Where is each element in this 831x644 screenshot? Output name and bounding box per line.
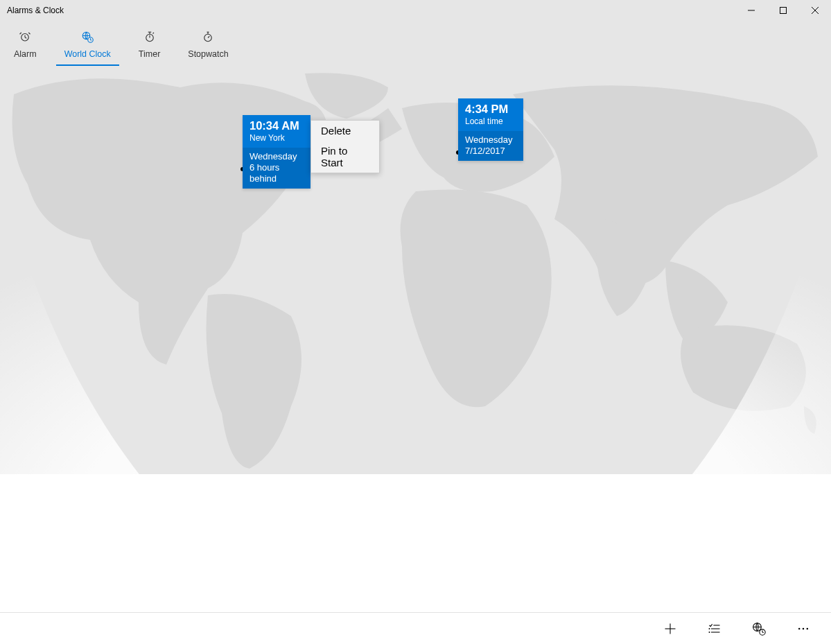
tab-label: World Clock [64, 49, 111, 59]
tab-label: Timer [139, 49, 160, 59]
svg-rect-1 [780, 8, 787, 14]
clock-time: 10:34 AM [250, 119, 304, 133]
minimize-button[interactable] [735, 0, 767, 21]
svg-point-34 [803, 627, 805, 629]
clock-date: 7/12/2017 [465, 146, 516, 157]
tab-label: Stopwatch [188, 49, 228, 59]
globe-clock-icon [752, 622, 766, 636]
clock-day: Wednesday [465, 134, 516, 146]
clock-card-new-york[interactable]: 10:34 AM New York Wednesday 6 hours behi… [243, 115, 310, 189]
svg-point-35 [807, 627, 809, 629]
svg-line-8 [29, 33, 30, 34]
map-bottom-fade [0, 474, 831, 612]
tab-bar: Alarm World Clock Timer Stopwatch [0, 21, 831, 67]
svg-line-12 [91, 40, 92, 41]
context-menu: Delete Pin to Start [310, 120, 380, 173]
clock-day: Wednesday [250, 151, 304, 162]
world-map [0, 67, 831, 482]
convert-time-button[interactable] [737, 613, 781, 645]
maximize-button[interactable] [767, 0, 799, 21]
timer-icon [143, 31, 156, 45]
context-menu-delete[interactable]: Delete [311, 121, 379, 141]
svg-line-17 [152, 33, 154, 34]
svg-line-32 [762, 632, 764, 633]
tab-stopwatch[interactable]: Stopwatch [174, 20, 242, 66]
command-bar [0, 612, 831, 644]
window-title: Alarms & Clock [0, 6, 64, 15]
close-icon [812, 7, 819, 14]
more-icon [796, 622, 810, 636]
clock-location: New York [250, 133, 304, 143]
title-bar: Alarms & Clock [0, 0, 831, 21]
checklist-icon [708, 622, 721, 636]
globe-clock-icon [81, 31, 94, 45]
tab-timer[interactable]: Timer [125, 20, 174, 66]
svg-line-6 [25, 37, 26, 39]
svg-point-28 [709, 632, 710, 632]
minimize-icon [748, 7, 755, 14]
clock-offset: 6 hours behind [250, 162, 304, 185]
plus-icon [663, 622, 677, 636]
context-menu-pin-to-start[interactable]: Pin to Start [311, 141, 379, 173]
svg-point-33 [798, 627, 801, 629]
close-button[interactable] [799, 0, 831, 21]
add-clock-button[interactable] [648, 613, 692, 645]
clock-card-local[interactable]: 4:34 PM Local time Wednesday 7/12/2017 [458, 98, 523, 161]
select-clocks-button[interactable] [692, 613, 737, 645]
tab-label: Alarm [14, 49, 37, 59]
alarm-icon [19, 31, 31, 45]
svg-line-7 [20, 33, 21, 34]
tab-world-clock[interactable]: World Clock [51, 20, 125, 66]
svg-line-19 [208, 36, 209, 37]
maximize-icon [780, 7, 787, 14]
clock-location: Local time [465, 116, 516, 127]
clock-time: 4:34 PM [465, 102, 516, 116]
tab-alarm[interactable]: Alarm [0, 20, 51, 66]
svg-point-27 [709, 628, 710, 629]
world-map-area[interactable]: 10:34 AM New York Wednesday 6 hours behi… [0, 67, 831, 612]
stopwatch-icon [202, 31, 214, 45]
more-button[interactable] [781, 613, 825, 645]
